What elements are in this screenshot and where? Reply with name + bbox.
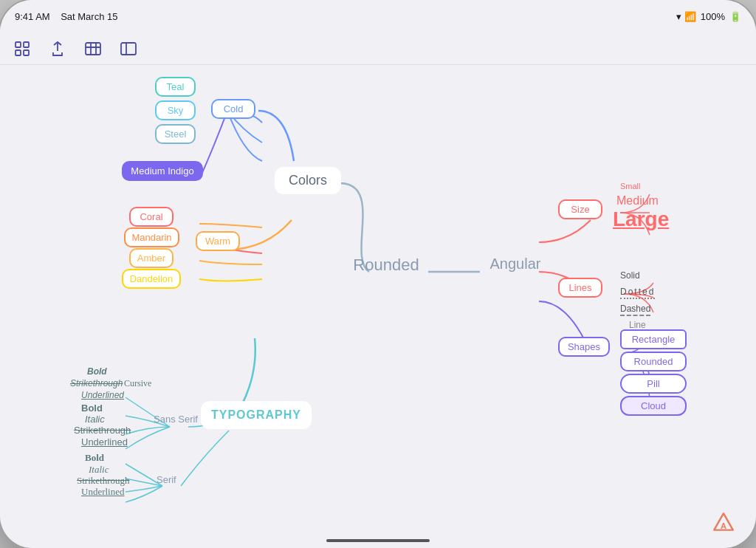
cloud-node[interactable]: Cloud xyxy=(620,396,687,416)
serif-label: Serif xyxy=(157,474,176,485)
large-label: Large xyxy=(613,208,669,231)
wifi-icon: ▾ 📶 xyxy=(676,11,696,22)
svg-rect-4 xyxy=(86,43,100,55)
typography-node[interactable]: TYPOGRAPHY xyxy=(201,401,312,429)
status-bar: 9:41 AM Sat March 15 ▾ 📶 100% 🔋 xyxy=(0,0,756,32)
pill-node[interactable]: Pill xyxy=(620,374,687,394)
svg-rect-0 xyxy=(16,42,21,47)
typo-strike-2: Strikethrough xyxy=(74,425,131,436)
typo-italic-2: Italic xyxy=(85,414,105,425)
small-label: Small xyxy=(620,179,641,192)
typo-bold-2: Bold xyxy=(81,403,103,414)
line-label: Line xyxy=(629,320,646,330)
typo-bold-1: Bold xyxy=(87,366,107,377)
angular-node[interactable]: Angular xyxy=(478,256,552,273)
toolbar xyxy=(0,32,756,65)
typo-cursive: Cursive xyxy=(124,378,151,389)
typo-under-1: Underlined xyxy=(81,390,124,400)
solid-label: Solid xyxy=(620,268,640,281)
typo-strike-1: Strikethrough xyxy=(70,378,123,388)
medium-indigo-node[interactable]: Medium Indigo xyxy=(122,161,203,181)
svg-rect-2 xyxy=(16,50,21,55)
typo-bold-3: Bold xyxy=(85,452,104,464)
grid-icon[interactable] xyxy=(12,38,32,59)
typo-strike-3: Strikethrough xyxy=(77,475,130,487)
amber-node[interactable]: Amber xyxy=(129,248,173,268)
typo-italic-3: Italic xyxy=(89,464,109,476)
table-icon[interactable] xyxy=(83,38,103,59)
size-node[interactable]: Size xyxy=(558,199,602,219)
status-right: ▾ 📶 100% 🔋 xyxy=(676,11,741,22)
steel-node[interactable]: Steel xyxy=(155,124,196,144)
rounded-shape-node[interactable]: Rounded xyxy=(620,352,687,371)
dotted-label: Dotted xyxy=(620,284,655,298)
ipad-frame: 9:41 AM Sat March 15 ▾ 📶 100% 🔋 xyxy=(0,0,756,548)
lines-node[interactable]: Lines xyxy=(558,278,602,298)
share-icon[interactable] xyxy=(47,38,68,59)
svg-text:A: A xyxy=(721,521,726,530)
coral-node[interactable]: Coral xyxy=(129,207,173,227)
rectangle-node[interactable]: Rectangle xyxy=(620,329,687,349)
warm-node[interactable]: Warm xyxy=(196,231,240,251)
home-indicator xyxy=(326,539,430,542)
sky-node[interactable]: Sky xyxy=(155,100,196,120)
sans-serif-label: Sans Serif xyxy=(154,414,198,425)
colors-node[interactable]: Colors xyxy=(275,167,341,194)
mind-map-canvas: Cold Teal Sky Steel Medium Indigo Colors… xyxy=(0,65,756,548)
svg-rect-1 xyxy=(24,42,29,47)
dashed-label: Dashed xyxy=(620,301,650,315)
affinity-logo: A xyxy=(712,511,735,535)
svg-rect-3 xyxy=(24,50,29,55)
status-time-date: 9:41 AM Sat March 15 xyxy=(15,11,676,22)
battery-icon: 🔋 xyxy=(729,11,741,22)
rounded-node[interactable]: Rounded xyxy=(346,256,427,275)
cold-node[interactable]: Cold xyxy=(211,99,255,119)
svg-rect-8 xyxy=(121,43,136,55)
dandelion-node[interactable]: Dandelion xyxy=(122,269,181,289)
medium-label: Medium xyxy=(616,194,659,208)
typo-under-2: Underlined xyxy=(81,436,128,448)
sidebar-icon[interactable] xyxy=(118,38,139,59)
mandarin-node[interactable]: Mandarin xyxy=(124,227,179,247)
shapes-node[interactable]: Shapes xyxy=(558,337,610,357)
teal-node[interactable]: Teal xyxy=(155,77,196,97)
typo-under-3: Underlined xyxy=(81,486,124,498)
